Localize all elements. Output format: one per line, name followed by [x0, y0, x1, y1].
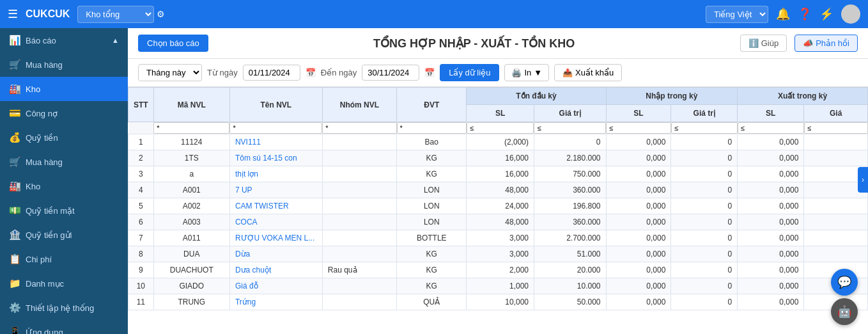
filter-gt-dau-input[interactable] [534, 122, 606, 134]
chon-bao-cao-button[interactable]: Chọn báo cáo [138, 35, 208, 52]
data-table-container[interactable]: STT Mã NVL Tên NVL Nhóm NVL ĐVT Tồn đầu … [128, 87, 868, 334]
filter-icon[interactable]: ⚙ [157, 9, 165, 19]
language-select[interactable]: Tiếng Việt [706, 6, 768, 23]
quy-tien-icon: 💰 [9, 132, 20, 143]
cell-gt-nhap: 0 [671, 198, 738, 214]
period-select[interactable]: Tháng này Hôm nay Tuần này Quý này Năm n… [138, 64, 202, 81]
filter-gt-xuat[interactable] [804, 122, 868, 134]
cell-ten[interactable]: Trứng [229, 294, 322, 310]
ten-link[interactable]: Trứng [235, 298, 256, 306]
cell-nhom [322, 150, 396, 166]
sidebar-label-quy-tien-gui: Quỹ tiền gửi [26, 230, 72, 240]
filter-ten[interactable] [229, 122, 322, 134]
phan-hoi-button[interactable]: 📣 Phản hồi [794, 35, 858, 52]
sidebar-item-chi-phi[interactable]: 📋 Chi phí [0, 247, 128, 271]
table-row: 8 DUA Dừa KG 3,000 51.000 0,000 0 0,000 [128, 246, 868, 262]
sidebar-label-ung-dung: Ứng dụng [26, 328, 63, 335]
cell-ten[interactable]: thịt lợn [229, 166, 322, 182]
ten-link[interactable]: RƯỢU VOKA MEN L... [235, 234, 314, 243]
sidebar-item-quy-tien[interactable]: 💰 Quỹ tiền [0, 125, 128, 150]
cell-ten[interactable]: Dưa chuột [229, 262, 322, 278]
filter-sl-dau[interactable] [467, 122, 534, 134]
filter-sl-nhap-input[interactable] [606, 122, 671, 134]
cell-ma: 1TS [153, 150, 229, 166]
table-row: 9 DUACHUOT Dưa chuột Rau quả KG 2,000 20… [128, 262, 868, 278]
bao-cao-icon: 📊 [9, 35, 20, 46]
user-avatar[interactable] [841, 4, 860, 24]
to-date-input[interactable] [362, 65, 419, 81]
ten-link[interactable]: 7 UP [235, 186, 252, 195]
ten-link[interactable]: Tôm sú 14-15 con [235, 154, 297, 163]
hamburger-icon[interactable]: ☰ [8, 7, 18, 21]
ten-link[interactable]: Dừa [235, 250, 250, 258]
in-button[interactable]: 🖨️ In ▼ [504, 64, 549, 81]
sidebar-item-danh-muc[interactable]: 📁 Danh mục [0, 271, 128, 296]
cell-ten[interactable]: Tôm sú 14-15 con [229, 150, 322, 166]
from-date-input[interactable] [243, 65, 300, 81]
cell-ten[interactable]: COCA [229, 214, 322, 230]
warehouse-selector[interactable]: Kho tổng ⚙ [77, 6, 165, 23]
sidebar-item-ung-dung[interactable]: 📱 Ứng dụng [0, 320, 128, 334]
cell-ten[interactable]: NVI111 [229, 134, 322, 150]
filter-sl-nhap[interactable] [606, 122, 671, 134]
filter-ma[interactable] [153, 122, 229, 134]
cell-ten[interactable]: Dừa [229, 246, 322, 262]
expand-panel-arrow[interactable]: › [858, 167, 868, 193]
sidebar-item-quy-tien-mat[interactable]: 💵 Quỹ tiền mặt [0, 198, 128, 223]
cell-nhom [322, 278, 396, 294]
filter-gt-nhap[interactable] [671, 122, 738, 134]
cell-gt-dau: 2.700.000 [534, 230, 606, 246]
xuat-khau-button[interactable]: 📤 Xuất khẩu [554, 64, 622, 81]
cell-ten[interactable]: Giá đỗ [229, 278, 322, 294]
settings-icon[interactable]: ⚡ [819, 7, 833, 21]
sidebar-item-kho[interactable]: 🏭 Kho [0, 77, 128, 101]
to-date-calendar-icon[interactable]: 📅 [424, 68, 435, 77]
filter-sl-xuat-input[interactable] [738, 122, 804, 134]
filter-dvt[interactable] [397, 122, 467, 134]
ten-link[interactable]: CAM TWISTER [235, 202, 289, 211]
cell-sl-xuat: 0,000 [738, 294, 804, 310]
filter-sl-xuat[interactable] [738, 122, 804, 134]
filter-gt-nhap-input[interactable] [671, 122, 738, 134]
lay-du-lieu-button[interactable]: Lấy dữ liệu [440, 64, 499, 81]
cell-ten[interactable]: 7 UP [229, 182, 322, 198]
notification-icon[interactable]: 🔔 [776, 7, 790, 21]
from-date-calendar-icon[interactable]: 📅 [306, 68, 316, 77]
table-row: 7 A011 RƯỢU VOKA MEN L... BOTTLE 3,000 2… [128, 230, 868, 246]
sidebar-item-thiet-lap[interactable]: ⚙️ Thiết lập hệ thống [0, 296, 128, 320]
cell-ten[interactable]: RƯỢU VOKA MEN L... [229, 230, 322, 246]
warehouse-select[interactable]: Kho tổng [77, 6, 154, 23]
ten-link[interactable]: thịt lợn [235, 170, 258, 179]
ten-link[interactable]: Giá đỗ [235, 282, 258, 290]
sidebar-item-cong-no[interactable]: 💳 Công nợ [0, 101, 128, 125]
sidebar-item-mua-hang2[interactable]: 🛒 Mua hàng [0, 150, 128, 174]
giup-button[interactable]: ℹ️ Giúp [740, 35, 787, 52]
filter-nhom-input[interactable] [322, 122, 396, 134]
ten-link[interactable]: COCA [235, 218, 258, 227]
cell-nhom [322, 246, 396, 262]
chat-bubble-1[interactable]: 💬 [831, 269, 858, 296]
cell-gt-nhap: 0 [671, 182, 738, 198]
cell-gt-dau: 360.000 [534, 214, 606, 230]
sidebar-item-quy-tien-gui[interactable]: 🏦 Quỹ tiền gửi [0, 223, 128, 247]
ten-link[interactable]: NVI111 [235, 138, 261, 147]
filter-ten-input[interactable] [229, 122, 322, 134]
sidebar: 📊 Báo cáo ▲ 🛒 Mua hàng 🏭 Kho 💳 Công nợ 💰… [0, 28, 128, 334]
cell-stt: 2 [128, 150, 154, 166]
cell-gt-nhap: 0 [671, 294, 738, 310]
sidebar-item-kho2[interactable]: 🏭 Kho [0, 174, 128, 198]
ten-link[interactable]: Dưa chuột [235, 266, 271, 274]
filter-dvt-input[interactable] [397, 122, 467, 134]
sidebar-item-bao-cao[interactable]: 📊 Báo cáo ▲ [0, 28, 128, 52]
sidebar-item-mua-hang[interactable]: 🛒 Mua hàng [0, 52, 128, 77]
chat-bubble-2[interactable]: 🤖 [831, 298, 858, 325]
cell-ma: a [153, 166, 229, 182]
in-dropdown-icon[interactable]: ▼ [534, 68, 542, 77]
filter-ma-input[interactable] [153, 122, 229, 134]
filter-sl-dau-input[interactable] [467, 122, 534, 134]
help-icon[interactable]: ❓ [798, 7, 812, 21]
filter-nhom[interactable] [322, 122, 396, 134]
filter-gt-xuat-input[interactable] [804, 122, 868, 134]
filter-gt-dau[interactable] [534, 122, 606, 134]
cell-ten[interactable]: CAM TWISTER [229, 198, 322, 214]
